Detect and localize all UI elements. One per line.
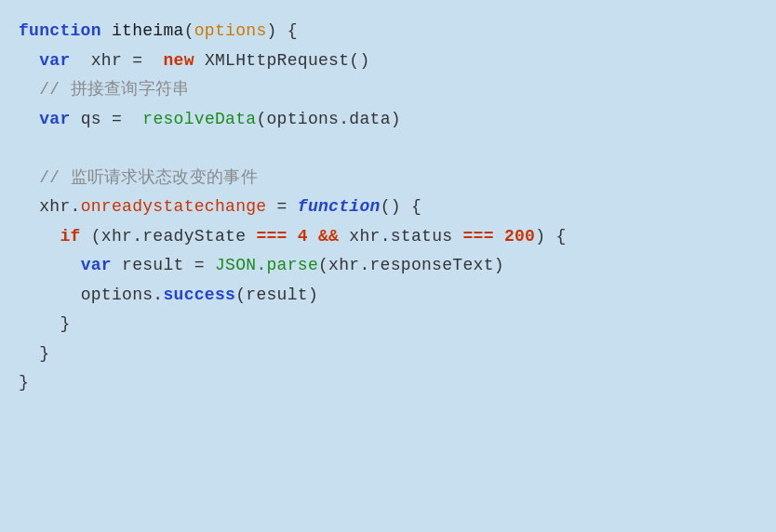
- keyword-function: function: [19, 21, 101, 40]
- parse-args: (xhr.responseText): [318, 256, 504, 274]
- xmlhttp: XMLHttpRequest(): [194, 51, 370, 70]
- space4: [494, 227, 504, 246]
- if-open: (xhr.readyState: [81, 227, 257, 246]
- var-result: result =: [112, 256, 215, 274]
- keyword-if: if: [60, 227, 80, 246]
- if-close: ) {: [535, 227, 566, 246]
- xhr-ref: xhr.: [39, 197, 80, 216]
- eq-3: =: [266, 197, 297, 216]
- comment-2: // 监听请求状态改变的事件: [39, 168, 258, 187]
- code-line-12: }: [19, 339, 757, 369]
- punct-2: ) {: [266, 21, 297, 40]
- code-line-5: [19, 134, 757, 164]
- space3: xhr.status: [339, 227, 462, 246]
- options-ref: options.: [81, 286, 164, 304]
- code-line-11: }: [19, 310, 757, 339]
- keyword-var-3: var: [81, 256, 112, 274]
- code-line-4: var qs = resolveData(options.data): [19, 105, 757, 135]
- code-line-7: xhr.onreadystatechange = function() {: [19, 193, 757, 222]
- prop-onreadystatechange: onreadystatechange: [81, 197, 267, 216]
- fn-parens: () {: [381, 197, 421, 216]
- space1: [288, 227, 298, 246]
- num-200: 200: [504, 227, 535, 246]
- var-qs: qs: [71, 110, 112, 128]
- num-4: 4: [298, 227, 308, 246]
- resolve-args: (options.data): [256, 110, 400, 128]
- punct: (: [184, 21, 194, 40]
- code-line-10: options.success(result): [19, 281, 757, 311]
- keyword-new: new: [153, 51, 194, 70]
- var-xhr: xhr: [81, 51, 133, 70]
- close-brace-3: }: [19, 373, 29, 392]
- keyword-var-2: var: [39, 110, 70, 128]
- fn-json-parse: JSON.parse: [215, 256, 318, 274]
- op-eq2: ===: [462, 227, 493, 246]
- eq-1: =: [132, 51, 142, 70]
- code-line-3: // 拼接查询字符串: [19, 75, 757, 105]
- fn-name: itheima: [112, 21, 184, 40]
- fn-resolvedata: resolveData: [132, 110, 256, 128]
- code-line-1: function itheima(options) {: [19, 17, 757, 47]
- eq-2: =: [112, 110, 122, 128]
- code-line-8: if (xhr.readyState === 4 && xhr.status =…: [19, 222, 757, 252]
- close-brace-2: }: [39, 344, 49, 363]
- code-line-9: var result = JSON.parse(xhr.responseText…: [19, 251, 757, 281]
- space2: [308, 227, 318, 246]
- code-line-6: // 监听请求状态改变的事件: [19, 164, 757, 193]
- param-options: options: [194, 21, 267, 40]
- op-eq1: ===: [256, 227, 287, 246]
- close-brace-1: }: [60, 314, 70, 333]
- success-args: (result): [235, 286, 318, 304]
- op-and: &&: [318, 227, 339, 246]
- code-line-13: }: [19, 368, 757, 398]
- keyword-function-2: function: [298, 197, 381, 216]
- code-editor: function itheima(options) { var xhr = ne…: [0, 0, 776, 532]
- code-line-2: var xhr = new XMLHttpRequest(): [19, 47, 757, 76]
- prop-success: success: [163, 286, 235, 304]
- keyword-var-1: var: [39, 51, 70, 70]
- comment-1: // 拼接查询字符串: [39, 80, 189, 99]
